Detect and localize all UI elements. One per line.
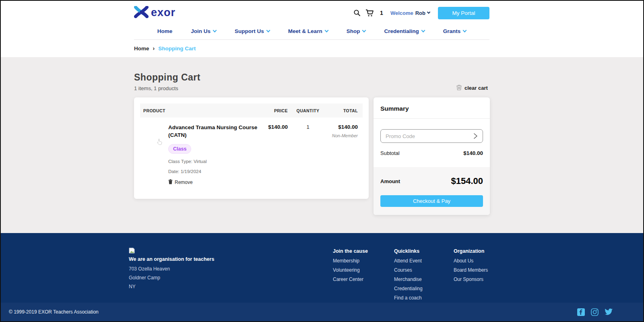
amount-label: Amount — [380, 178, 400, 184]
footer-link-courses[interactable]: Courses — [394, 267, 448, 273]
search-icon[interactable] — [353, 9, 361, 17]
broken-image-icon — [129, 248, 136, 254]
cart-icon[interactable] — [365, 9, 374, 17]
product-date: Date: 1/19/2024 — [168, 169, 262, 174]
nav-item-grants[interactable]: Grants — [443, 28, 466, 34]
chevron-down-icon — [266, 29, 270, 33]
footer-link-our-sponsors[interactable]: Our Sponsors — [454, 276, 512, 283]
logo-text: exor — [151, 7, 175, 18]
summary-panel: Summary Subtotal $140.00 Amount $154.00 — [374, 97, 490, 215]
col-header-total: TOTAL — [328, 108, 363, 113]
footer-link-credentialing[interactable]: Credentialing — [394, 285, 448, 292]
trash-icon — [456, 84, 462, 92]
nav-item-meet-learn[interactable]: Meet & Learn — [288, 28, 328, 34]
amount-section: Amount $154.00 Checkout & Pay — [374, 167, 490, 215]
breadcrumb-separator: › — [153, 45, 155, 52]
footer-column-title: Organization — [454, 248, 512, 254]
footer-link-board-members[interactable]: Board Members — [454, 267, 512, 273]
col-header-price: PRICE — [266, 108, 288, 113]
subtotal-value: $140.00 — [463, 150, 483, 156]
footer-tagline: We are an organisation for teachers — [129, 256, 262, 262]
facebook-icon[interactable] — [577, 308, 585, 316]
item-price: $140.00 — [266, 124, 288, 186]
bottom-bar: © 1999-2019 EXOR Teachers Association — [1, 303, 643, 321]
item-quantity: 1 — [288, 124, 328, 186]
member-type-label: Non-Member — [328, 133, 358, 138]
promo-code-input[interactable] — [380, 129, 483, 143]
nav-item-shop[interactable]: Shop — [347, 28, 366, 34]
cart-panel: PRODUCT PRICE QUANTITY TOTAL Advanced Tr… — [134, 97, 369, 199]
footer-link-find-a-coach[interactable]: Find a coach — [394, 295, 448, 301]
instagram-icon[interactable] — [591, 308, 599, 316]
col-header-quantity: QUANTITY — [288, 108, 328, 113]
summary-title: Summary — [374, 97, 490, 118]
cart-table-header: PRODUCT PRICE QUANTITY TOTAL — [140, 103, 363, 118]
cart-item-row: Advanced Trauma Nursing Course (CATN) Cl… — [140, 118, 363, 186]
footer-link-about-us[interactable]: About Us — [454, 258, 512, 264]
trash-icon — [168, 179, 173, 186]
main-nav: Home Join Us Support Us Meet & Learn Sho… — [134, 28, 489, 34]
logo[interactable]: exor — [134, 6, 175, 20]
chevron-down-icon — [324, 29, 328, 33]
chevron-down-icon — [362, 29, 366, 33]
footer-link-membership[interactable]: Membership — [333, 258, 389, 264]
footer-column-title: Join the cause — [333, 248, 389, 254]
mouse-cursor-icon — [157, 138, 162, 147]
footer-link-attend-event[interactable]: Attend Event — [394, 258, 448, 264]
amount-value: $154.00 — [451, 176, 483, 186]
chevron-down-icon — [421, 29, 425, 33]
footer-column-organization: Organization About Us Board Members Our … — [454, 248, 512, 285]
cart-items-summary: 1 items, 1 products — [134, 85, 178, 91]
main-area: Shopping Cart 1 items, 1 products clear … — [1, 57, 643, 233]
footer-address-line1: 703 Ozella Heaven — [129, 266, 262, 272]
user-menu[interactable]: Welcome Rob — [390, 10, 430, 16]
breadcrumb: Home › Shopping Cart — [134, 45, 196, 52]
product-image[interactable] — [140, 124, 168, 148]
nav-divider — [134, 39, 489, 40]
footer-column-title: Quicklinks — [394, 248, 448, 254]
breadcrumb-current: Shopping Cart — [158, 45, 196, 52]
remove-item-button[interactable]: Remove — [168, 179, 262, 186]
chevron-down-icon — [213, 29, 217, 33]
my-portal-button[interactable]: My Portal — [438, 7, 489, 19]
nav-item-home[interactable]: Home — [157, 28, 173, 34]
footer-address-line2: Goldner Camp — [129, 275, 262, 281]
col-header-product: PRODUCT — [140, 108, 266, 113]
summary-divider — [374, 118, 490, 119]
page-title: Shopping Cart — [134, 72, 200, 83]
footer-column-quicklinks: Quicklinks Attend Event Courses Merchand… — [394, 248, 448, 304]
logo-x-icon — [134, 6, 149, 20]
subtotal-label: Subtotal — [380, 150, 400, 156]
cart-count: 1 — [380, 10, 383, 16]
twitter-icon[interactable] — [605, 308, 613, 316]
welcome-label: Welcome — [390, 10, 413, 16]
product-name[interactable]: Advanced Trauma Nursing Course (CATN) — [168, 124, 262, 139]
product-class-type: Class Type: Virtual — [168, 159, 262, 164]
site-footer: We are an organisation for teachers 703 … — [1, 233, 643, 321]
nav-item-credentialing[interactable]: Credentialing — [384, 28, 424, 34]
site-header: exor 1 Welcome Rob My Portal — [1, 1, 643, 57]
footer-column-join-the-cause: Join the cause Membership Volunteering C… — [333, 248, 389, 285]
footer-link-volunteering[interactable]: Volunteering — [333, 267, 389, 273]
chevron-down-icon — [427, 10, 430, 14]
product-type-badge: Class — [168, 144, 191, 154]
nav-item-join-us[interactable]: Join Us — [191, 28, 216, 34]
footer-address-line3: NY — [129, 283, 262, 290]
clear-cart-button[interactable]: clear cart — [456, 84, 488, 92]
footer-link-merchandise[interactable]: Merchandise — [394, 276, 448, 283]
user-name: Rob — [415, 10, 425, 16]
copyright-text: © 1999-2019 EXOR Teachers Association — [9, 309, 99, 315]
chevron-down-icon — [463, 29, 467, 33]
checkout-pay-button[interactable]: Checkout & Pay — [380, 195, 483, 207]
promo-apply-button[interactable] — [472, 132, 479, 141]
page: exor 1 Welcome Rob My Portal — [0, 0, 644, 322]
breadcrumb-home-link[interactable]: Home — [134, 45, 149, 52]
footer-link-career-center[interactable]: Career Center — [333, 276, 389, 283]
nav-item-support-us[interactable]: Support Us — [235, 28, 270, 34]
item-total: $140.00 — [328, 124, 358, 130]
